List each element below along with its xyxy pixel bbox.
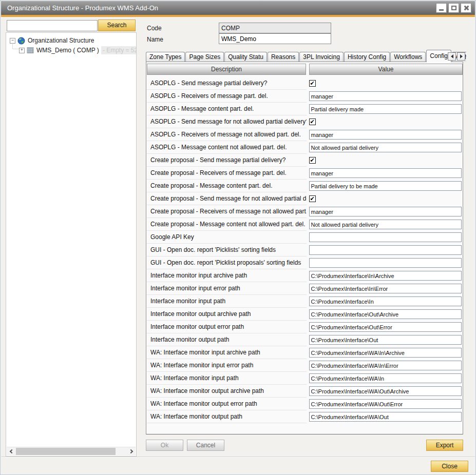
arrow-left-icon: [451, 54, 453, 58]
config-value-input[interactable]: [309, 309, 462, 319]
config-description: WA: Interface monitor input error path: [147, 359, 307, 372]
config-value-input[interactable]: [309, 245, 462, 255]
config-description: Interface monitor output error path: [147, 321, 307, 333]
config-value-input[interactable]: [309, 348, 462, 358]
company-icon: [27, 47, 34, 54]
config-value-input[interactable]: [309, 91, 462, 101]
config-description: Create proposal - Send message for not a…: [147, 192, 307, 205]
close-icon: [463, 5, 469, 11]
ok-button[interactable]: Ok: [146, 440, 183, 451]
name-label: Name: [147, 36, 163, 43]
expand-icon[interactable]: +: [19, 48, 25, 53]
scrollbar-thumb[interactable]: [16, 448, 116, 455]
search-button[interactable]: Search: [98, 19, 136, 31]
config-value-input[interactable]: [309, 271, 462, 281]
tab-reasons[interactable]: Reasons: [268, 52, 299, 62]
search-input[interactable]: [7, 20, 98, 31]
tab-scroll-left-button[interactable]: [448, 52, 456, 61]
close-window-button[interactable]: [461, 3, 471, 13]
table-row: ASOPLG - Send message partial delivery?✔: [147, 77, 462, 90]
config-checkbox[interactable]: ✔: [309, 157, 316, 164]
config-value-cell: ✔: [309, 80, 463, 87]
close-button[interactable]: Close: [431, 461, 468, 472]
table-row: Google API Key: [147, 231, 462, 244]
config-description: WA: Interface monitor input archive path: [147, 346, 307, 359]
titlebar[interactable]: Organizational Structure - Produmex WMS …: [1, 1, 475, 15]
checkmark-icon: ✔: [310, 119, 314, 125]
tab-workflows[interactable]: Workflows: [390, 52, 426, 62]
config-value-cell: [309, 207, 463, 216]
config-checkbox[interactable]: ✔: [309, 80, 316, 87]
table-row: WA: Interface monitor input error path: [147, 359, 462, 372]
config-description: Interface monitor output archive path: [147, 308, 307, 321]
arrow-right-icon: [460, 54, 463, 58]
config-checkbox[interactable]: ✔: [309, 118, 316, 125]
config-value-cell: [309, 296, 463, 306]
config-value-input[interactable]: [309, 335, 462, 345]
table-row: Interface monitor input archive path: [147, 269, 462, 282]
config-value-input[interactable]: [309, 373, 462, 383]
tab-quality-statu[interactable]: Quality Statu: [224, 52, 267, 62]
config-value-input[interactable]: [309, 399, 462, 409]
config-value-input[interactable]: [309, 143, 462, 152]
tab-3pl-invoicing[interactable]: 3PL Invoicing: [299, 52, 344, 62]
config-description: Interface monitor input archive path: [147, 269, 307, 282]
tab-history-config[interactable]: History Config: [344, 52, 390, 62]
maximize-icon: [451, 6, 456, 10]
collapse-icon[interactable]: −: [10, 38, 15, 44]
config-description: Create proposal - Receivers of message n…: [147, 205, 307, 218]
maximize-button[interactable]: [448, 3, 459, 13]
cancel-button[interactable]: Cancel: [187, 440, 224, 451]
config-description: ASOPLG - Send message for not allowed pa…: [147, 115, 307, 128]
config-value-input[interactable]: [309, 181, 462, 191]
config-description: ASOPLG - Send message partial delivery?: [147, 77, 307, 90]
config-description: WA: Interface monitor input path: [147, 372, 307, 385]
config-value-input[interactable]: [309, 220, 462, 229]
tree-horizontal-scrollbar[interactable]: [7, 447, 136, 456]
config-description: Create proposal - Send message partial d…: [147, 154, 307, 167]
config-value-input[interactable]: [309, 168, 462, 178]
tab-scroll-right-button[interactable]: [457, 52, 465, 61]
tab-page-sizes[interactable]: Page Sizes: [185, 52, 224, 62]
config-value-input[interactable]: [309, 296, 462, 306]
config-value-input[interactable]: [309, 130, 462, 140]
column-header-value[interactable]: Value: [309, 64, 463, 75]
table-row: ASOPLG - Message content part. del.: [147, 103, 462, 115]
config-value-input[interactable]: [309, 322, 462, 332]
config-value-input[interactable]: [309, 386, 462, 396]
config-value-input[interactable]: [309, 207, 462, 216]
column-header-description[interactable]: Description: [147, 64, 306, 75]
config-value-input[interactable]: [309, 412, 462, 422]
config-value-input[interactable]: [309, 361, 462, 370]
config-value-input[interactable]: [309, 284, 462, 293]
tree-item-organizational-structure[interactable]: − Organizational Structure: [10, 36, 94, 45]
footer-separator: [1, 457, 475, 457]
table-row: Interface monitor output error path: [147, 321, 462, 333]
tree-item-status-hint: - Empty = 52/58: [101, 46, 137, 54]
config-value-input[interactable]: [309, 258, 462, 268]
config-description: WA: Interface monitor output archive pat…: [147, 385, 307, 398]
tab-strip: Zone TypesPage SizesQuality StatuReasons…: [146, 50, 466, 62]
tab-zone-types[interactable]: Zone Types: [146, 52, 185, 62]
table-row: Interface monitor output archive path: [147, 308, 462, 321]
globe-icon: [17, 37, 25, 45]
table-row: Create proposal - Message content part. …: [147, 180, 462, 192]
config-value-input[interactable]: [309, 232, 462, 242]
config-value-cell: [309, 104, 463, 114]
config-checkbox[interactable]: ✔: [309, 195, 316, 202]
org-tree-panel[interactable]: − Organizational Structure + W: [6, 32, 137, 457]
config-value-cell: ✔: [309, 118, 463, 125]
config-value-cell: [309, 361, 463, 370]
table-row: GUI - Open doc. report 'Picklists' sorti…: [147, 244, 462, 256]
scroll-left-icon[interactable]: [7, 447, 15, 456]
config-description: Interface monitor output path: [147, 333, 307, 346]
table-row: Create proposal - Message content not al…: [147, 218, 462, 231]
name-field[interactable]: [219, 33, 331, 44]
config-value-input[interactable]: [309, 104, 462, 114]
config-description: Interface monitor input error path: [147, 282, 307, 295]
tree-item-wms-demo[interactable]: + WMS_Demo ( COMP ) - Empty = 52/58: [19, 46, 137, 55]
scroll-right-icon[interactable]: [127, 447, 136, 456]
config-description: ASOPLG - Message content part. del.: [147, 103, 307, 115]
export-button[interactable]: Export: [426, 440, 463, 451]
minimize-button[interactable]: [436, 3, 447, 13]
